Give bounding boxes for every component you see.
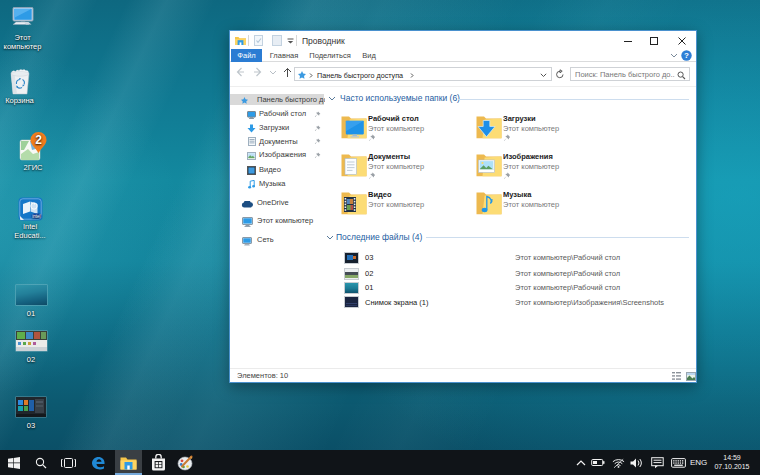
svg-text:?: ? [684, 51, 689, 60]
svg-text:2: 2 [35, 133, 42, 147]
svg-text:intel: intel [32, 214, 40, 219]
